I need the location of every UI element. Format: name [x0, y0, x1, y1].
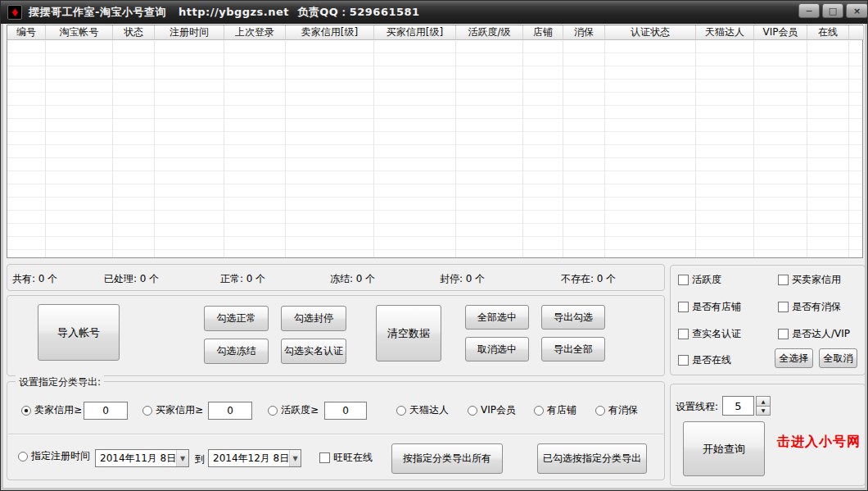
deselect-button[interactable]: 取消选中	[465, 337, 529, 361]
option-checkbox-6[interactable]: 是否达人/VIP	[778, 327, 850, 341]
check-verified-button[interactable]: 勾选实名认证	[281, 339, 346, 364]
checkbox-label: 是否在线	[692, 353, 731, 367]
export-threshold-input-1[interactable]: 0	[84, 402, 128, 420]
option-checkbox-3[interactable]: 是否有店铺	[678, 300, 741, 314]
start-query-button[interactable]: 开始查询	[683, 421, 765, 476]
status-bar: 共有: 0 个已处理: 0 个正常: 0 个冻结: 0 个封停: 0 个不存在:…	[7, 264, 665, 291]
radio-icon	[21, 406, 31, 416]
status-count-4: 冻结: 0 个	[330, 272, 375, 286]
export-radio-6[interactable]: 有店铺	[534, 403, 576, 417]
radio-label: 活跃度≥	[281, 403, 319, 417]
checkbox-label: 活跃度	[692, 273, 721, 287]
option-checkbox-5[interactable]: 查实名认证	[678, 327, 741, 341]
export-checked-button[interactable]: 导出勾选	[541, 305, 605, 330]
check-frozen-button[interactable]: 勾选冻结	[204, 339, 269, 364]
column-header-8[interactable]: 活跃度/级	[456, 25, 523, 40]
column-header-filler	[849, 25, 864, 40]
option-checkbox-4[interactable]: 是否有消保	[778, 300, 841, 314]
radio-label: 天猫达人	[409, 403, 449, 417]
checkbox-icon	[678, 329, 689, 339]
column-header-2[interactable]: 淘宝帐号	[46, 25, 113, 40]
column-header-3[interactable]: 状态	[113, 25, 155, 40]
column-header-13[interactable]: VIP会员	[754, 25, 807, 40]
check-normal-button[interactable]: 勾选正常	[204, 306, 269, 331]
table-header-row: 编号淘宝帐号状态注册时间上次登录卖家信用[级]买家信用[级]活跃度/级店铺消保认…	[7, 25, 862, 40]
column-header-1[interactable]: 编号	[7, 25, 46, 40]
status-count-2: 已处理: 0 个	[104, 272, 159, 286]
date-to-picker[interactable]: 2014年12月 8日 ▼	[208, 449, 301, 467]
column-header-12[interactable]: 天猫达人	[696, 25, 754, 40]
import-accounts-button[interactable]: 导入帐号	[38, 304, 120, 361]
export-all-button[interactable]: 导出全部	[541, 337, 605, 361]
table-row	[7, 106, 862, 119]
column-gridline	[563, 40, 563, 257]
column-header-4[interactable]: 注册时间	[155, 25, 224, 40]
table-row	[7, 53, 862, 66]
export-radio-1[interactable]: 卖家信用≥	[21, 403, 82, 417]
column-header-7[interactable]: 买家信用[级]	[374, 25, 456, 40]
options-select-all-button[interactable]: 全选择	[775, 348, 813, 368]
radio-reg-time[interactable]: 指定注册时间	[18, 449, 90, 463]
export-threshold-input-3[interactable]: 0	[324, 402, 367, 420]
column-gridline	[522, 40, 523, 257]
table-row	[7, 211, 862, 224]
table-row	[7, 145, 862, 158]
export-radio-3[interactable]: 活跃度≥	[268, 403, 319, 417]
radio-label: 卖家信用≥	[34, 403, 82, 417]
column-header-10[interactable]: 消保	[563, 25, 605, 40]
radio-label: 买家信用≥	[156, 403, 203, 417]
radio-label: 指定注册时间	[31, 449, 90, 463]
export-radio-5[interactable]: VIP会员	[468, 403, 516, 417]
export-threshold-input-2[interactable]: 0	[208, 402, 252, 420]
export-radio-2[interactable]: 买家信用≥	[142, 403, 203, 417]
checkbox-icon	[678, 355, 689, 366]
chevron-down-icon[interactable]: ▼	[176, 450, 188, 466]
export-radio-4[interactable]: 天猫达人	[396, 403, 449, 417]
checkbox-icon	[778, 275, 789, 285]
export-checked-by-type-button[interactable]: 已勾选按指定分类导出	[537, 443, 647, 474]
options-deselect-all-button[interactable]: 全取消	[819, 348, 857, 368]
thread-count-input[interactable]: 5	[722, 396, 754, 416]
column-header-11[interactable]: 认证状态	[605, 25, 696, 40]
option-checkbox-2[interactable]: 买卖家信用	[778, 273, 841, 287]
spin-down-icon[interactable]: ▼	[756, 407, 771, 416]
option-checkbox-1[interactable]: 活跃度	[678, 273, 721, 287]
date-from-value: 2014年11月 8日	[96, 452, 176, 466]
checkbox-ww-online[interactable]: 旺旺在线	[319, 451, 373, 465]
table-row	[7, 93, 862, 106]
column-gridline	[604, 40, 605, 257]
date-from-picker[interactable]: 2014年11月 8日 ▼	[95, 449, 189, 467]
column-header-14[interactable]: 在线	[807, 25, 849, 40]
select-all-button[interactable]: 全部选中	[465, 305, 529, 330]
promo-link[interactable]: 击进入小号网	[777, 434, 861, 451]
column-header-6[interactable]: 卖家信用[级]	[286, 25, 374, 40]
status-count-6: 不存在: 0 个	[561, 272, 616, 286]
column-header-9[interactable]: 店铺	[523, 25, 563, 40]
column-gridline	[373, 40, 374, 257]
column-gridline	[224, 40, 224, 257]
export-all-by-type-button[interactable]: 按指定分类导出所有	[391, 443, 503, 474]
radio-icon	[396, 406, 406, 416]
table-row	[7, 119, 862, 132]
export-radio-7[interactable]: 有消保	[595, 403, 638, 417]
clear-data-button[interactable]: 清空数据	[376, 305, 441, 361]
table-row	[7, 66, 862, 80]
check-banned-button[interactable]: 勾选封停	[281, 306, 346, 331]
chevron-down-icon[interactable]: ▼	[289, 450, 301, 466]
column-header-5[interactable]: 上次登录	[224, 25, 286, 40]
checkbox-icon	[678, 302, 689, 312]
radio-label: 有消保	[608, 403, 638, 417]
column-gridline	[753, 40, 754, 257]
minimize-button[interactable]: ─	[798, 3, 820, 18]
close-button[interactable]: ×	[846, 3, 868, 18]
checkbox-label: 旺旺在线	[333, 451, 373, 465]
diamond-icon: ♦	[10, 7, 20, 18]
checkbox-label: 是否有消保	[792, 300, 841, 314]
radio-icon	[534, 406, 544, 416]
maximize-button[interactable]: □	[822, 3, 843, 18]
spin-up-icon[interactable]: ▲	[756, 396, 771, 407]
radio-icon	[142, 406, 152, 416]
to-label: 到	[195, 452, 205, 466]
status-count-3: 正常: 0 个	[220, 272, 265, 286]
option-checkbox-7[interactable]: 是否在线	[678, 353, 731, 367]
